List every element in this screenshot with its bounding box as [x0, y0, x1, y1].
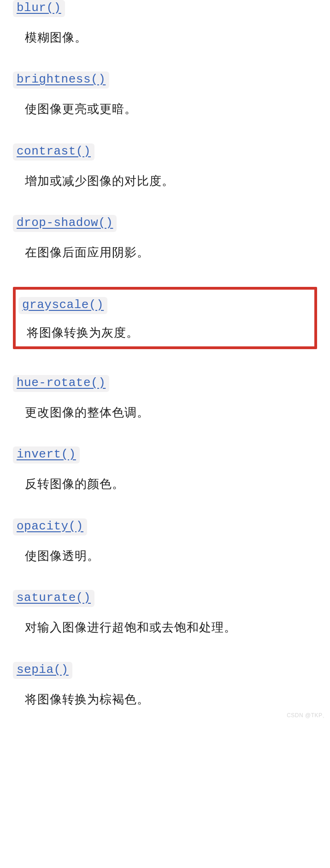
entry-blur: blur() 模糊图像。	[13, 0, 317, 46]
link-saturate[interactable]: saturate()	[17, 591, 91, 605]
link-grayscale[interactable]: grayscale()	[22, 298, 104, 312]
link-brightness[interactable]: brightness()	[17, 72, 106, 86]
code-chip: sepia()	[13, 662, 72, 679]
desc-hue-rotate: 更改图像的整体色调。	[13, 404, 317, 421]
code-chip: opacity()	[13, 518, 87, 535]
code-chip: blur()	[13, 0, 65, 17]
desc-drop-shadow: 在图像后面应用阴影。	[13, 244, 317, 261]
desc-saturate: 对输入图像进行超饱和或去饱和处理。	[13, 619, 317, 636]
desc-blur: 模糊图像。	[13, 29, 317, 46]
link-blur[interactable]: blur()	[17, 1, 61, 15]
entry-sepia: sepia() 将图像转换为棕褐色。	[13, 662, 317, 707]
entry-invert: invert() 反转图像的颜色。	[13, 446, 317, 492]
code-chip: grayscale()	[18, 297, 107, 314]
link-invert[interactable]: invert()	[17, 447, 76, 461]
link-drop-shadow[interactable]: drop-shadow()	[17, 216, 113, 230]
desc-contrast: 增加或减少图像的对比度。	[13, 172, 317, 189]
link-contrast[interactable]: contrast()	[17, 144, 91, 158]
code-chip: invert()	[13, 446, 80, 464]
entry-grayscale-highlighted: grayscale() 将图像转换为灰度。	[13, 287, 317, 349]
entry-contrast: contrast() 增加或减少图像的对比度。	[13, 143, 317, 189]
code-chip: hue-rotate()	[13, 375, 109, 392]
link-sepia[interactable]: sepia()	[17, 663, 69, 677]
entry-opacity: opacity() 使图像透明。	[13, 518, 317, 564]
entry-hue-rotate: hue-rotate() 更改图像的整体色调。	[13, 375, 317, 421]
filter-function-list: blur() 模糊图像。 brightness() 使图像更亮或更暗。 cont…	[0, 0, 330, 719]
desc-brightness: 使图像更亮或更暗。	[13, 101, 317, 117]
watermark: CSDN @TKP、	[287, 712, 328, 719]
entry-saturate: saturate() 对输入图像进行超饱和或去饱和处理。	[13, 590, 317, 636]
code-chip: contrast()	[13, 143, 94, 161]
code-chip: brightness()	[13, 71, 109, 89]
link-hue-rotate[interactable]: hue-rotate()	[17, 376, 106, 390]
code-chip: saturate()	[13, 590, 94, 607]
entry-drop-shadow: drop-shadow() 在图像后面应用阴影。	[13, 215, 317, 261]
desc-opacity: 使图像透明。	[13, 547, 317, 564]
desc-grayscale: 将图像转换为灰度。	[18, 324, 311, 341]
desc-sepia: 将图像转换为棕褐色。	[13, 691, 317, 707]
link-opacity[interactable]: opacity()	[17, 519, 83, 533]
desc-invert: 反转图像的颜色。	[13, 476, 317, 492]
code-chip: drop-shadow()	[13, 215, 117, 232]
entry-brightness: brightness() 使图像更亮或更暗。	[13, 71, 317, 117]
